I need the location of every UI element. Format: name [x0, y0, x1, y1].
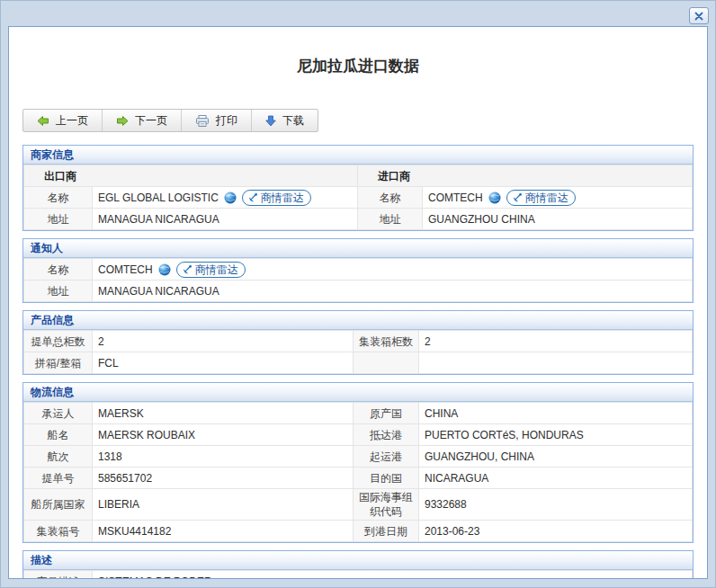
product-description-value: SISTEMAS DE PODER — [93, 571, 693, 580]
exporter-address-value: MANAGUA NICARAGUA — [93, 209, 358, 230]
table-row: 拼箱/整箱 FCL — [24, 352, 693, 374]
field-label: 抵达港 — [354, 424, 419, 446]
field-label: 到港日期 — [354, 521, 419, 542]
field-value: FCL — [93, 352, 354, 374]
notify-name-value: COMTECH — [98, 263, 153, 277]
table-row: 承运人 MAERSK 原产国 CHINA — [24, 403, 693, 424]
download-label: 下载 — [282, 113, 304, 129]
logistics-table: 承运人 MAERSK 原产国 CHINA 船名 MAERSK ROUBAIX 抵… — [23, 402, 693, 542]
exporter-radar-link[interactable]: 商情雷达 — [242, 190, 311, 206]
field-value: GUANGZHOU, CHINA — [419, 446, 693, 468]
table-row: 航次 1318 起运港 GUANGZHOU, CHINA — [24, 446, 693, 468]
section-description-title: 描述 — [23, 551, 693, 570]
radar-label: 商情雷达 — [195, 263, 238, 277]
field-label — [354, 352, 419, 374]
close-icon — [694, 12, 703, 21]
field-label: 地址 — [24, 281, 93, 302]
field-value: 2 — [93, 331, 354, 352]
table-row: 产品描述 SISTEMAS DE PODER — [24, 571, 693, 580]
field-value: PUERTO CORTéS, HONDURAS — [419, 424, 693, 446]
section-logistics: 物流信息 承运人 MAERSK 原产国 CHINA 船名 MAERSK ROUB… — [22, 382, 694, 543]
importer-name-value: COMTECH — [428, 191, 483, 205]
notify-table: 名称 COMTECH — [23, 258, 693, 302]
next-page-button[interactable]: 下一页 — [103, 110, 182, 131]
importer-radar-link[interactable]: 商情雷达 — [506, 190, 576, 206]
download-button[interactable]: 下载 — [252, 110, 318, 131]
right-arrow-icon — [116, 115, 129, 127]
globe-icon[interactable] — [488, 192, 501, 204]
section-notify-title: 通知人 — [23, 239, 693, 258]
table-row: 船名 MAERSK ROUBAIX 抵达港 PUERTO CORTéS, HON… — [24, 424, 693, 446]
exporter-header: 出口商 — [24, 165, 358, 187]
field-label: 名称 — [24, 259, 93, 281]
print-label: 打印 — [216, 113, 237, 129]
field-label: 船名 — [24, 424, 93, 446]
dialog-frame: 尼加拉瓜进口数据 上一页 下一页 — [0, 0, 716, 588]
field-label: 名称 — [24, 187, 93, 209]
radar-icon — [182, 264, 192, 275]
section-merchant: 商家信息 出口商 进口商 名称 EGL GLOBAL LOGISTIC — [22, 145, 694, 231]
section-notify: 通知人 名称 COMTECH — [22, 238, 694, 303]
dialog-panel: 尼加拉瓜进口数据 上一页 下一页 — [8, 26, 708, 579]
field-value: MSKU4414182 — [93, 521, 354, 542]
exporter-name-value: EGL GLOBAL LOGISTIC — [98, 191, 219, 205]
download-arrow-icon — [265, 115, 276, 127]
notify-address-row: 地址 MANAGUA NICARAGUA — [24, 281, 693, 302]
field-label: 名称 — [358, 187, 423, 209]
field-label: 地址 — [358, 209, 423, 230]
field-value: MAERSK ROUBAIX — [93, 424, 354, 446]
table-row: 船所属国家 LIBERIA 国际海事组织代码 9332688 — [24, 489, 693, 521]
printer-icon — [195, 114, 210, 128]
next-page-label: 下一页 — [135, 113, 167, 129]
description-table: 产品描述 SISTEMAS DE PODER — [23, 570, 693, 579]
radar-icon — [512, 192, 523, 203]
field-value: NICARAGUA — [419, 468, 693, 489]
prev-page-button[interactable]: 上一页 — [23, 110, 103, 131]
globe-icon[interactable] — [224, 192, 237, 204]
merchant-address-row: 地址 MANAGUA NICARAGUA 地址 GUANGZHOU CHINA — [24, 209, 693, 230]
field-value: 2013-06-23 — [419, 521, 693, 542]
field-label: 地址 — [24, 209, 93, 230]
field-label: 国际海事组织代码 — [354, 489, 419, 521]
field-value: 9332688 — [419, 489, 693, 521]
table-row: 提单总柜数 2 集装箱柜数 2 — [24, 331, 693, 352]
field-label: 原产国 — [354, 403, 419, 424]
close-button[interactable] — [689, 7, 709, 24]
section-logistics-title: 物流信息 — [23, 383, 693, 402]
left-arrow-icon — [37, 115, 49, 127]
section-merchant-title: 商家信息 — [23, 146, 693, 165]
field-label: 起运港 — [354, 446, 419, 468]
field-value — [419, 352, 693, 374]
notify-name-row: 名称 COMTECH — [24, 259, 693, 281]
field-label: 提单总柜数 — [24, 331, 93, 352]
field-label: 承运人 — [24, 403, 93, 424]
product-table: 提单总柜数 2 集装箱柜数 2 拼箱/整箱 FCL — [23, 330, 693, 374]
field-label: 提单号 — [24, 468, 93, 489]
globe-icon[interactable] — [158, 263, 171, 276]
field-value: 2 — [419, 331, 693, 352]
field-value: CHINA — [419, 403, 693, 424]
table-row: 集装箱号 MSKU4414182 到港日期 2013-06-23 — [24, 521, 693, 542]
field-value: MAERSK — [93, 403, 354, 424]
field-label: 集装箱号 — [24, 521, 93, 542]
print-button[interactable]: 打印 — [182, 110, 252, 131]
field-label: 航次 — [24, 446, 93, 468]
radar-icon — [247, 192, 258, 203]
field-value: 585651702 — [93, 468, 354, 489]
field-value: LIBERIA — [93, 489, 354, 521]
toolbar: 上一页 下一页 打印 — [22, 109, 318, 132]
prev-page-label: 上一页 — [56, 113, 88, 129]
radar-label: 商情雷达 — [261, 191, 304, 205]
notify-radar-link[interactable]: 商情雷达 — [176, 262, 246, 278]
merchant-name-row: 名称 EGL GLOBAL LOGISTIC — [24, 187, 693, 209]
merchant-group-header-row: 出口商 进口商 — [24, 165, 693, 187]
notify-address-value: MANAGUA NICARAGUA — [93, 281, 693, 302]
section-product-title: 产品信息 — [23, 311, 693, 330]
section-description: 描述 产品描述 SISTEMAS DE PODER — [22, 550, 694, 579]
importer-address-value: GUANGZHOU CHINA — [423, 209, 693, 230]
field-label: 集装箱柜数 — [354, 331, 419, 352]
field-label: 船所属国家 — [24, 489, 93, 521]
field-label: 目的国 — [354, 468, 419, 489]
field-value: 1318 — [93, 446, 354, 468]
field-label: 产品描述 — [24, 571, 93, 580]
